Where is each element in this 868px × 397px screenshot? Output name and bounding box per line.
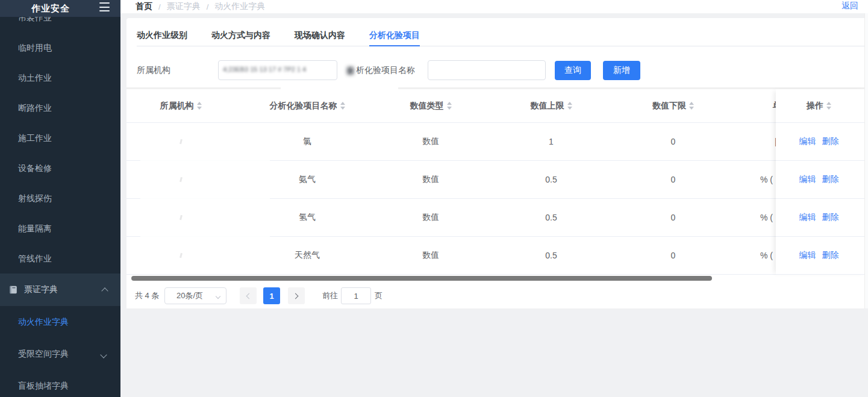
actions-cell: 编辑 删除 xyxy=(776,237,868,275)
sidebar-item-blind-plate-dict[interactable]: 盲板抽堵字典 xyxy=(0,370,120,397)
chevron-left-icon xyxy=(246,293,252,299)
goto-page-input[interactable] xyxy=(341,287,371,304)
sidebar-item-confined-space-dict[interactable]: 受限空间字典 xyxy=(0,338,120,370)
sort-icon[interactable] xyxy=(340,102,345,110)
column-header-upper-limit: 数值上限 xyxy=(482,89,620,122)
tab-bar: 动火作业级别 动火方式与内容 现场确认内容 分析化验项目 xyxy=(137,24,865,46)
sidebar-item-road-break[interactable]: 断路作业 xyxy=(0,93,120,123)
delete-link[interactable]: 删除 xyxy=(822,174,839,185)
delete-link[interactable]: 删除 xyxy=(822,212,839,223)
delete-link[interactable]: 删除 xyxy=(822,250,839,261)
edit-link[interactable]: 编辑 xyxy=(799,212,816,223)
chevron-up-icon xyxy=(101,287,108,294)
filter-bar: 所属机构 4;23EB3 15 13 17 # 7P2 1 4 分析化验项目名称… xyxy=(126,60,868,80)
table-row: 氢气 数值 0.5 0 % ( xyxy=(126,199,868,237)
cell-upper-limit: 0.5 xyxy=(482,199,620,236)
cell-upper-limit: 0.5 xyxy=(482,237,620,274)
cell-project-name: 氯 xyxy=(235,123,379,160)
cell-project-name: 天然气 xyxy=(235,237,379,274)
sidebar: 吊装作业 临时用电 动土作业 断路作业 施工作业 设备检修 射线探伤 能量隔离 … xyxy=(0,0,120,397)
sidebar-title: 作业安全 xyxy=(31,3,70,14)
edit-link[interactable]: 编辑 xyxy=(799,250,816,261)
actions-cell: 编辑 删除 xyxy=(776,199,868,237)
project-name-input[interactable] xyxy=(428,60,546,80)
edit-link[interactable]: 编辑 xyxy=(799,136,816,147)
sidebar-item-construction[interactable]: 施工作业 xyxy=(0,123,120,153)
breadcrumb-current: 动火作业字典 xyxy=(214,1,265,12)
breadcrumb-ticket-dict[interactable]: 票证字典 xyxy=(167,1,201,12)
sort-icon[interactable] xyxy=(567,102,572,110)
redacted-text xyxy=(180,177,182,182)
dictionary-book-icon xyxy=(8,285,18,295)
sort-icon[interactable] xyxy=(689,102,694,110)
add-button[interactable]: 新增 xyxy=(603,61,640,80)
app-root: 吊装作业 临时用电 动土作业 断路作业 施工作业 设备检修 射线探伤 能量隔离 … xyxy=(0,0,868,397)
cell-project-name: 氨气 xyxy=(235,161,379,198)
column-header-org: 所属机构 xyxy=(126,89,235,122)
sidebar-item-temp-power[interactable]: 临时用电 xyxy=(0,33,120,63)
fixed-action-column: 操作 编辑 删除 编辑 删除 编辑 删除 编辑 删除 xyxy=(776,89,868,275)
cell-org xyxy=(126,199,235,236)
sort-icon[interactable] xyxy=(197,102,202,110)
back-link[interactable]: 返回 xyxy=(841,1,858,11)
table-row: 氯 数值 1 0 | xyxy=(126,123,868,161)
hamburger-menu-icon[interactable] xyxy=(99,2,110,11)
tab-site-confirm[interactable]: 现场确认内容 xyxy=(295,24,345,46)
prev-page-button[interactable] xyxy=(240,287,257,304)
breadcrumb-separator: / xyxy=(207,2,209,11)
sidebar-item-earthwork[interactable]: 动土作业 xyxy=(0,63,120,93)
sort-icon[interactable] xyxy=(826,102,831,110)
vertical-scrollbar-track[interactable] xyxy=(864,13,868,308)
sidebar-item-energy-iso[interactable]: 能量隔离 xyxy=(0,213,120,243)
cell-upper-limit: 0.5 xyxy=(482,161,620,198)
column-header-value-type: 数值类型 xyxy=(379,89,482,122)
tab-analysis-items[interactable]: 分析化验项目 xyxy=(369,24,420,46)
project-name-label: 分析化验项目名称 xyxy=(348,60,415,80)
sidebar-item-maintenance[interactable]: 设备检修 xyxy=(0,153,120,183)
delete-link[interactable]: 删除 xyxy=(822,136,839,147)
cell-org xyxy=(126,161,235,198)
redaction-blur-blob xyxy=(347,67,354,75)
page-size-select[interactable]: 20条/页 xyxy=(164,287,226,304)
content-card: 动火作业级别 动火方式与内容 现场确认内容 分析化验项目 所属机构 4;23EB… xyxy=(126,18,868,308)
sidebar-section-label: 票证字典 xyxy=(24,284,58,295)
cell-value-type: 数值 xyxy=(379,237,482,274)
table-header: 所属机构 分析化验项目名称 数值类型 数值上限 数值下限 xyxy=(126,89,868,123)
chevron-down-icon xyxy=(216,294,220,299)
column-label: 数值下限 xyxy=(652,101,686,111)
edit-link[interactable]: 编辑 xyxy=(799,174,816,185)
horizontal-scrollbar[interactable] xyxy=(131,276,712,281)
sidebar-menu: 吊装作业 临时用电 动土作业 断路作业 施工作业 设备检修 射线探伤 能量隔离 … xyxy=(0,17,120,397)
redacted-text xyxy=(180,253,182,258)
page-size-value: 20条/页 xyxy=(176,290,203,301)
sidebar-item-radiography[interactable]: 射线探伤 xyxy=(0,183,120,213)
org-label: 所属机构 xyxy=(137,60,170,80)
sidebar-item-label: 受限空间字典 xyxy=(18,349,69,358)
cell-lower-limit: 0 xyxy=(620,199,726,236)
cell-org xyxy=(126,237,235,274)
actions-cell: 编辑 删除 xyxy=(776,123,868,161)
cell-upper-limit: 1 xyxy=(482,123,620,160)
cell-lower-limit: 0 xyxy=(620,123,726,160)
next-page-button[interactable] xyxy=(288,287,305,304)
sidebar-header: 作业安全 xyxy=(0,0,120,17)
column-label: 操作 xyxy=(807,101,823,111)
redacted-text xyxy=(180,139,182,144)
search-button[interactable]: 查询 xyxy=(555,61,591,80)
cell-value-type: 数值 xyxy=(379,161,482,198)
sidebar-item-hotwork-dict[interactable]: 动火作业字典 xyxy=(0,306,120,338)
breadcrumb-home[interactable]: 首页 xyxy=(136,1,152,12)
chevron-right-icon xyxy=(293,293,299,299)
cell-lower-limit: 0 xyxy=(620,161,726,198)
column-header-lower-limit: 数值下限 xyxy=(620,89,726,122)
tab-hotwork-method[interactable]: 动火方式与内容 xyxy=(211,24,270,46)
sort-icon[interactable] xyxy=(447,102,452,110)
org-input[interactable] xyxy=(218,60,337,80)
sidebar-item-pipeline[interactable]: 管线作业 xyxy=(0,243,120,274)
actions-cell: 编辑 删除 xyxy=(776,161,868,199)
tab-hotwork-level[interactable]: 动火作业级别 xyxy=(137,24,187,46)
sidebar-section-ticket-dict[interactable]: 票证字典 xyxy=(0,274,120,306)
cell-project-name: 氢气 xyxy=(235,199,379,236)
page-number-1[interactable]: 1 xyxy=(263,287,280,304)
goto-label: 前往 xyxy=(322,287,338,304)
